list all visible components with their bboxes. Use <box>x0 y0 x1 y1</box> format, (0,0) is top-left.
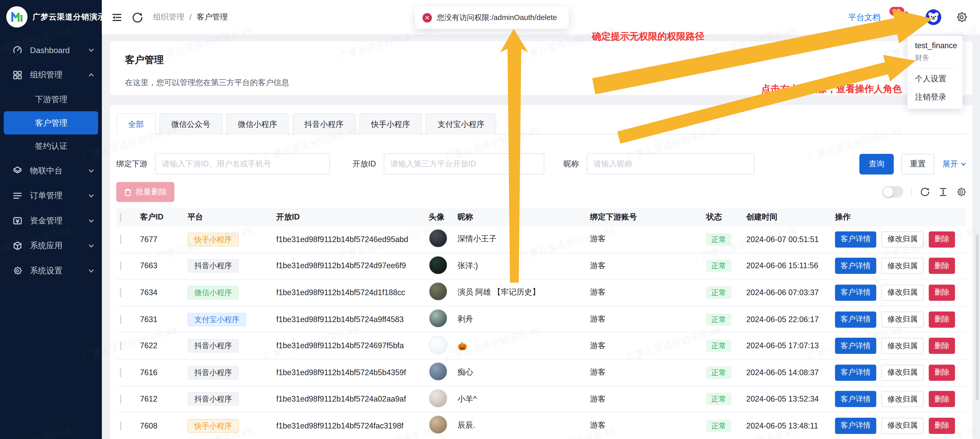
change-owner-button[interactable]: 修改归属 <box>881 391 924 407</box>
customer-detail-button[interactable]: 客户详情 <box>835 311 876 327</box>
user-avatar[interactable] <box>926 10 941 25</box>
delete-button[interactable]: 删除 <box>929 231 955 247</box>
batch-delete-button[interactable]: 批量删除 <box>116 182 175 202</box>
reset-button[interactable]: 重置 <box>901 153 934 174</box>
row-checkbox[interactable] <box>120 262 121 270</box>
row-actions: 客户详情 修改归属 删除 <box>834 285 966 301</box>
column-header-2: 平台 <box>186 212 275 223</box>
column-header-9: 操作 <box>834 212 966 223</box>
nickname: 张洋:) <box>456 261 589 271</box>
bound-downstream-input[interactable] <box>155 153 330 175</box>
sidebar-subitem-4[interactable]: 签约认证 <box>0 134 102 158</box>
bound-downstream-account: 游客 <box>589 261 705 271</box>
search-button[interactable]: 查询 <box>859 153 894 174</box>
sidebar-item-6[interactable]: 订单管理 <box>0 184 102 209</box>
sidebar-item-1[interactable]: 组织管理 <box>0 62 102 88</box>
delete-button[interactable]: 删除 <box>929 418 955 434</box>
dropdown-item-logout[interactable]: 注销登录 <box>915 86 955 104</box>
refresh-page-icon[interactable] <box>132 11 143 23</box>
delete-button[interactable]: 删除 <box>929 258 955 274</box>
open-id: f1be31ed98f9112b14bf5724a9ff4583 <box>275 315 428 324</box>
tab-1[interactable]: 微信公众号 <box>159 113 222 135</box>
created-time: 2024-06-05 14:08:37 <box>745 368 834 377</box>
sidebar-item-7[interactable]: 资金管理 <box>0 208 102 233</box>
toast-message: 您没有访问权限:/adminOauth/delete <box>437 13 557 23</box>
delete-button[interactable]: 删除 <box>929 285 955 301</box>
table-body: 7677 快手小程序 f1be31ed98f9112b14bf57246ed95… <box>116 227 966 439</box>
customer-detail-button[interactable]: 客户详情 <box>835 258 876 274</box>
avatar-cell <box>428 389 456 410</box>
delete-button[interactable]: 删除 <box>929 311 955 327</box>
header-checkbox-cell[interactable] <box>116 213 139 222</box>
sidebar-subitem-3[interactable]: 客户管理 <box>4 111 98 134</box>
platform-badge: 快手小程序 <box>186 233 275 246</box>
funds-icon <box>13 216 22 226</box>
openid-input[interactable] <box>383 153 544 175</box>
main-card: 全部微信公众号微信小程序抖音小程序快手小程序支付宝小程序 绑定下游 开放ID 昵… <box>110 105 972 439</box>
row-checkbox[interactable] <box>120 342 121 350</box>
dropdown-item-personal-settings[interactable]: 个人设置 <box>915 69 955 86</box>
change-owner-button[interactable]: 修改归属 <box>881 231 924 247</box>
refresh-table-icon[interactable] <box>920 187 930 197</box>
change-owner-button[interactable]: 修改归属 <box>881 258 924 274</box>
change-owner-button[interactable]: 修改归属 <box>881 311 924 327</box>
delete-button[interactable]: 删除 <box>929 391 955 407</box>
sidebar-subitem-2[interactable]: 下游管理 <box>0 88 102 111</box>
sidebar-item-0[interactable]: Dashboard <box>0 37 102 62</box>
stripe-toggle[interactable] <box>883 187 903 198</box>
sidebar-menu: Dashboard 组织管理下游管理客户管理签约认证 物联中台 订单管理 资金管… <box>0 37 102 283</box>
notification-bell-icon[interactable]: 13 <box>898 10 912 25</box>
nickname-input[interactable] <box>587 153 754 175</box>
sidebar-item-8[interactable]: 系统应用 <box>0 233 102 259</box>
row-checkbox[interactable] <box>120 235 121 244</box>
created-time: 2024-06-06 07:03:37 <box>745 288 834 297</box>
customer-detail-button[interactable]: 客户详情 <box>835 391 876 407</box>
customer-detail-button[interactable]: 客户详情 <box>835 418 876 434</box>
row-actions: 客户详情 修改归属 删除 <box>834 418 966 434</box>
batch-delete-label: 批量删除 <box>135 187 167 197</box>
table-row: 7622 抖音小程序 f1be31ed98f9112b14bf5724697f5… <box>116 333 966 359</box>
sidebar-item-5[interactable]: 物联中台 <box>0 158 102 184</box>
dropdown-role: 财务 <box>915 53 955 69</box>
customer-detail-button[interactable]: 客户详情 <box>835 338 876 354</box>
collapse-sidebar-icon[interactable] <box>111 11 123 23</box>
content: 客户管理 在这里，您可以管理您在第三方平台的客户信息 全部微信公众号微信小程序抖… <box>102 34 980 439</box>
delete-button[interactable]: 删除 <box>929 338 955 354</box>
sidebar-item-label: 系统设置 <box>30 265 88 276</box>
settings-gear-icon[interactable] <box>956 11 967 23</box>
tab-0[interactable]: 全部 <box>116 113 156 135</box>
row-checkbox[interactable] <box>120 368 121 377</box>
tab-2[interactable]: 微信小程序 <box>226 113 289 135</box>
change-owner-button[interactable]: 修改归属 <box>881 285 924 301</box>
platform-doc-link[interactable]: 平台文档 <box>848 11 881 23</box>
delete-button[interactable]: 删除 <box>929 364 955 380</box>
sidebar-item-9[interactable]: 系统设置 <box>0 258 102 283</box>
org-icon <box>13 70 22 80</box>
customer-avatar <box>429 415 447 434</box>
row-checkbox[interactable] <box>120 315 121 324</box>
column-settings-gear-icon[interactable] <box>956 187 966 197</box>
tab-3[interactable]: 抖音小程序 <box>293 113 355 135</box>
change-owner-button[interactable]: 修改归属 <box>881 338 924 354</box>
select-all-checkbox[interactable] <box>120 213 121 222</box>
customer-detail-button[interactable]: 客户详情 <box>835 364 876 380</box>
customer-detail-button[interactable]: 客户详情 <box>835 231 876 247</box>
breadcrumb-parent[interactable]: 组织管理 <box>153 12 185 22</box>
change-owner-button[interactable]: 修改归属 <box>881 418 924 434</box>
customer-id: 7631 <box>138 315 186 324</box>
tab-4[interactable]: 快手小程序 <box>359 113 422 135</box>
nickname-label: 昵称 <box>563 158 579 169</box>
customer-detail-button[interactable]: 客户详情 <box>835 285 876 301</box>
row-checkbox-cell <box>116 262 139 270</box>
row-checkbox[interactable] <box>120 395 121 404</box>
row-height-icon[interactable] <box>938 187 948 197</box>
row-checkbox[interactable] <box>120 288 121 297</box>
change-owner-button[interactable]: 修改归属 <box>881 364 924 380</box>
expand-filters-link[interactable]: 展开 <box>943 158 966 169</box>
row-checkbox[interactable] <box>120 421 121 430</box>
tab-5[interactable]: 支付宝小程序 <box>426 113 496 135</box>
row-actions: 客户详情 修改归属 删除 <box>834 338 966 354</box>
row-checkbox-cell <box>116 315 139 324</box>
avatar-cell <box>428 229 456 249</box>
vertical-scrollbar[interactable] <box>976 235 979 400</box>
